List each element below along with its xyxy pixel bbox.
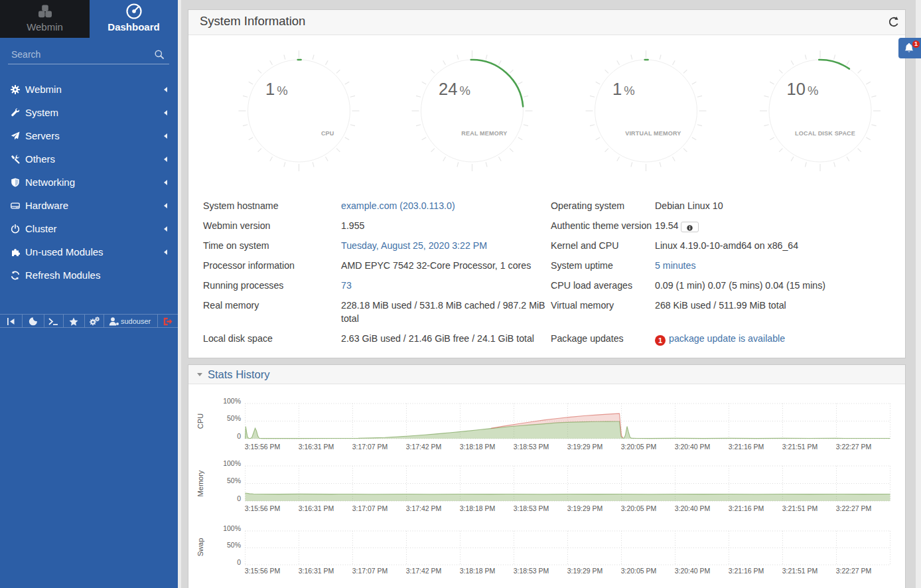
svg-text:3:18:53 PM: 3:18:53 PM (514, 567, 549, 575)
svg-text:3:22:27 PM: 3:22:27 PM (836, 443, 872, 451)
svg-text:3:16:31 PM: 3:16:31 PM (299, 504, 334, 512)
svg-text:3:21:16 PM: 3:21:16 PM (729, 567, 764, 575)
svg-text:3:20:05 PM: 3:20:05 PM (621, 443, 657, 451)
svg-text:3:21:16 PM: 3:21:16 PM (729, 443, 764, 451)
svg-text:3:17:07 PM: 3:17:07 PM (352, 443, 388, 451)
svg-text:100%: 100% (223, 524, 241, 532)
svg-text:3:20:40 PM: 3:20:40 PM (675, 443, 711, 451)
svg-text:10%: 10% (787, 80, 819, 98)
svg-text:0: 0 (237, 432, 241, 440)
svg-text:3:17:42 PM: 3:17:42 PM (406, 504, 442, 512)
svg-text:3:19:29 PM: 3:19:29 PM (567, 567, 603, 575)
svg-text:3:20:05 PM: 3:20:05 PM (621, 504, 657, 512)
svg-text:100%: 100% (223, 397, 241, 405)
svg-text:3:17:07 PM: 3:17:07 PM (352, 504, 388, 512)
svg-text:0: 0 (237, 494, 241, 502)
svg-text:3:22:27 PM: 3:22:27 PM (836, 567, 872, 575)
svg-text:1%: 1% (612, 80, 635, 98)
svg-text:3:15:56 PM: 3:15:56 PM (245, 567, 281, 575)
svg-text:24%: 24% (439, 80, 470, 98)
svg-text:CPU: CPU (321, 130, 334, 137)
svg-text:Swap: Swap (196, 538, 204, 557)
svg-text:3:18:53 PM: 3:18:53 PM (514, 504, 549, 512)
svg-text:3:19:29 PM: 3:19:29 PM (567, 504, 603, 512)
svg-text:3:21:51 PM: 3:21:51 PM (782, 504, 818, 512)
svg-text:3:19:29 PM: 3:19:29 PM (567, 443, 603, 451)
svg-text:LOCAL DISK SPACE: LOCAL DISK SPACE (795, 130, 855, 137)
svg-text:3:18:18 PM: 3:18:18 PM (460, 443, 496, 451)
svg-text:3:15:56 PM: 3:15:56 PM (245, 504, 281, 512)
svg-text:50%: 50% (227, 541, 241, 549)
svg-text:50%: 50% (227, 414, 241, 422)
svg-text:100%: 100% (223, 459, 241, 467)
svg-text:3:17:42 PM: 3:17:42 PM (406, 567, 442, 575)
svg-text:REAL MEMORY: REAL MEMORY (461, 130, 507, 137)
svg-text:VIRTUAL MEMORY: VIRTUAL MEMORY (625, 130, 681, 137)
svg-text:1%: 1% (265, 80, 288, 98)
svg-text:50%: 50% (227, 477, 241, 484)
svg-text:3:15:56 PM: 3:15:56 PM (245, 443, 281, 451)
svg-text:3:22:27 PM: 3:22:27 PM (836, 504, 872, 512)
svg-text:3:17:07 PM: 3:17:07 PM (352, 567, 388, 575)
svg-text:3:21:51 PM: 3:21:51 PM (782, 567, 818, 575)
svg-text:3:20:05 PM: 3:20:05 PM (621, 567, 657, 575)
svg-text:3:18:18 PM: 3:18:18 PM (460, 567, 496, 575)
svg-text:0: 0 (237, 558, 241, 566)
svg-text:3:18:18 PM: 3:18:18 PM (460, 504, 496, 512)
svg-text:3:20:40 PM: 3:20:40 PM (675, 567, 711, 575)
svg-text:3:21:16 PM: 3:21:16 PM (729, 504, 764, 512)
svg-text:CPU: CPU (196, 413, 204, 429)
svg-text:3:21:51 PM: 3:21:51 PM (782, 443, 818, 451)
svg-text:3:18:53 PM: 3:18:53 PM (514, 443, 549, 451)
svg-text:3:17:42 PM: 3:17:42 PM (406, 443, 442, 451)
svg-text:3:16:31 PM: 3:16:31 PM (299, 443, 334, 451)
svg-text:3:20:40 PM: 3:20:40 PM (675, 504, 711, 512)
svg-text:Memory: Memory (196, 470, 204, 496)
svg-text:3:16:31 PM: 3:16:31 PM (299, 567, 334, 575)
